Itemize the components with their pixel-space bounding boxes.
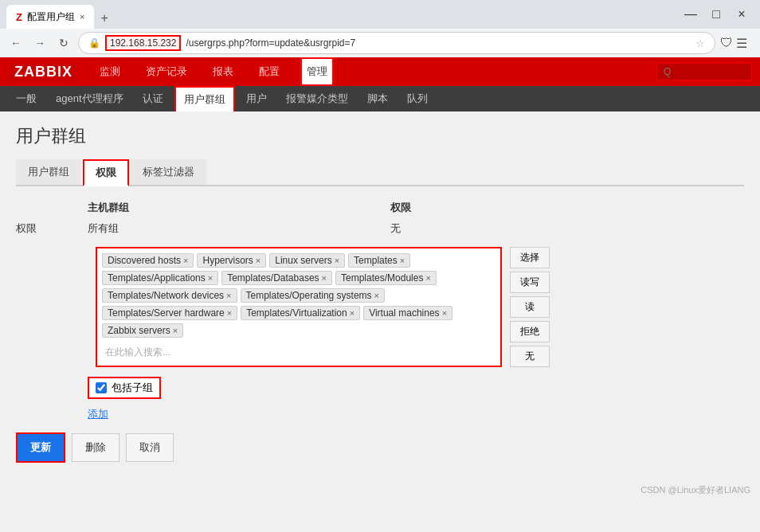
browser-right-controls: 🛡 ☰ (720, 36, 754, 51)
tag-x-server[interactable]: × (227, 308, 232, 318)
topnav-config[interactable]: 配置 (254, 57, 284, 86)
tag-x-db[interactable]: × (322, 273, 327, 283)
action-none[interactable]: 无 (510, 346, 550, 367)
tag-x-zabbix[interactable]: × (173, 326, 178, 335)
address-bar[interactable]: 🔒 192.168.15.232 /usergrps.php?form=upda… (78, 32, 715, 54)
tab-usergroups[interactable]: 用户群组 (16, 159, 81, 185)
action-select[interactable]: 选择 (510, 247, 550, 268)
selection-section: Discovered hosts × Hypervisors × Linux s… (16, 247, 744, 367)
tag-x-discovered[interactable]: × (183, 256, 188, 265)
maximize-button[interactable]: □ (704, 2, 728, 26)
subnav-media[interactable]: 报警媒介类型 (278, 86, 356, 111)
subnav-general[interactable]: 一般 (8, 86, 45, 111)
action-readwrite[interactable]: 读写 (510, 272, 550, 293)
subnav-agent-proxy[interactable]: agent代理程序 (48, 86, 131, 111)
footer-text: CSDN @Linux爱好者LIANG (641, 485, 750, 495)
subnav-scripts[interactable]: 脚本 (359, 86, 396, 111)
subnav-auth[interactable]: 认证 (135, 86, 171, 111)
tag-templates-db: Templates/Databases × (221, 271, 332, 285)
tag-hypervisors: Hypervisors × (197, 253, 266, 268)
topnav-reports[interactable]: 报表 (208, 57, 238, 86)
forward-button[interactable]: → (30, 33, 49, 53)
tab-bar: Z 配置用户组 × + (6, 0, 115, 29)
tag-x-modules[interactable]: × (425, 273, 430, 283)
tag-search-placeholder[interactable]: 在此输入搜索... (102, 344, 496, 361)
bookmark-icon[interactable]: ☆ (695, 37, 705, 49)
browser-controls: ← → ↻ 🔒 192.168.15.232 /usergrps.php?for… (0, 29, 760, 57)
lock-icon: 🔒 (88, 37, 100, 49)
action-read[interactable]: 读 (510, 296, 550, 318)
perms-row-value: 无 (390, 221, 401, 236)
active-tab[interactable]: Z 配置用户组 × (6, 5, 94, 29)
perms-row-hostgroup: 所有组 (88, 221, 390, 236)
subnav-usergroups[interactable]: 用户群组 (174, 86, 235, 111)
tag-x-apps[interactable]: × (208, 273, 213, 283)
window-controls: — □ × (679, 2, 754, 26)
shield-button[interactable]: 🛡 (720, 36, 733, 50)
tag-x-templates[interactable]: × (400, 256, 405, 265)
tag-templates-virt: Templates/Virtualization × (241, 306, 360, 320)
cancel-button[interactable]: 取消 (126, 433, 174, 462)
tag-templates-apps: Templates/Applications × (102, 271, 218, 285)
perms-header-hostgroup: 主机群组 (88, 201, 390, 215)
action-deny[interactable]: 拒绝 (510, 321, 550, 342)
menu-button[interactable]: ☰ (736, 36, 747, 51)
zabbix-logo: ZABBIX (8, 62, 79, 82)
page-content: 用户群组 用户群组 权限 标签过滤器 主机群组 权限 权限 所有组 无 Disc… (0, 111, 760, 478)
tag-row-1: Discovered hosts × Hypervisors × Linux s… (102, 253, 496, 268)
include-subgroups-checkbox[interactable] (96, 382, 107, 393)
tag-row-2: Templates/Applications × Templates/Datab… (102, 271, 496, 285)
footer-watermark: CSDN @Linux爱好者LIANG (0, 478, 760, 503)
zabbix-topbar: ZABBIX 监测 资产记录 报表 配置 管理 (0, 57, 760, 86)
url-host: 192.168.15.232 (105, 35, 181, 51)
close-button[interactable]: × (730, 2, 754, 26)
tag-templates-modules: Templates/Modules × (335, 271, 437, 285)
back-button[interactable]: ← (6, 33, 25, 53)
include-subgroups-label: 包括子组 (112, 381, 153, 395)
topnav-monitor[interactable]: 监测 (95, 57, 125, 86)
subnav: 一般 agent代理程序 认证 用户群组 用户 报警媒介类型 脚本 队列 (0, 86, 760, 111)
delete-button[interactable]: 删除 (72, 433, 119, 462)
tab-close-button[interactable]: × (80, 12, 84, 22)
tag-input-box[interactable]: Discovered hosts × Hypervisors × Linux s… (96, 247, 502, 367)
perms-row-label: 权限 (16, 221, 88, 236)
tag-discovered-hosts: Discovered hosts × (102, 253, 194, 268)
topnav-admin[interactable]: 管理 (300, 57, 334, 86)
minimize-button[interactable]: — (679, 2, 703, 26)
tag-x-virt[interactable]: × (350, 308, 355, 318)
new-tab-button[interactable]: + (94, 8, 114, 29)
tab-title: 配置用户组 (27, 10, 75, 24)
tag-x-linux[interactable]: × (335, 256, 339, 265)
page-title: 用户群组 (16, 124, 744, 148)
perms-header-right: 权限 (390, 201, 411, 215)
tag-x-os[interactable]: × (374, 291, 379, 300)
checkbox-section: 包括子组 (16, 377, 744, 399)
perms-header-blank (16, 201, 88, 215)
bottom-buttons: 更新 删除 取消 (16, 432, 744, 463)
tag-linux-servers: Linux servers × (269, 253, 345, 268)
subnav-queue[interactable]: 队列 (399, 86, 436, 111)
tag-x-hypervisors[interactable]: × (256, 256, 261, 265)
perms-row: 权限 所有组 无 (16, 221, 744, 236)
tag-x-network[interactable]: × (226, 291, 231, 300)
page-tabs: 用户群组 权限 标签过滤器 (16, 159, 744, 186)
tag-row-3: Templates/Network devices × Templates/Op… (102, 288, 496, 303)
browser-titlebar: Z 配置用户组 × + — □ × (0, 0, 760, 29)
subnav-users[interactable]: 用户 (238, 86, 275, 111)
tag-row-5: Zabbix servers × (102, 323, 496, 338)
topnav-assets[interactable]: 资产记录 (141, 57, 192, 86)
tag-x-vms[interactable]: × (442, 308, 447, 318)
topbar-search-input[interactable] (656, 63, 752, 80)
tab-permissions[interactable]: 权限 (83, 159, 129, 186)
tag-templates-network: Templates/Network devices × (102, 288, 237, 303)
tag-zabbix-servers: Zabbix servers × (102, 323, 183, 338)
action-buttons: 选择 读写 读 拒绝 无 (510, 247, 550, 367)
add-link[interactable]: 添加 (88, 407, 744, 421)
refresh-button[interactable]: ↻ (54, 33, 73, 53)
tab-tag-filter[interactable]: 标签过滤器 (131, 159, 206, 185)
tag-templates-os: Templates/Operating systems × (241, 288, 386, 303)
include-subgroups-container: 包括子组 (88, 377, 161, 399)
tag-virtual-machines: Virtual machines × (363, 306, 452, 320)
update-button[interactable]: 更新 (16, 432, 65, 463)
perms-headers: 主机群组 权限 (16, 201, 744, 215)
